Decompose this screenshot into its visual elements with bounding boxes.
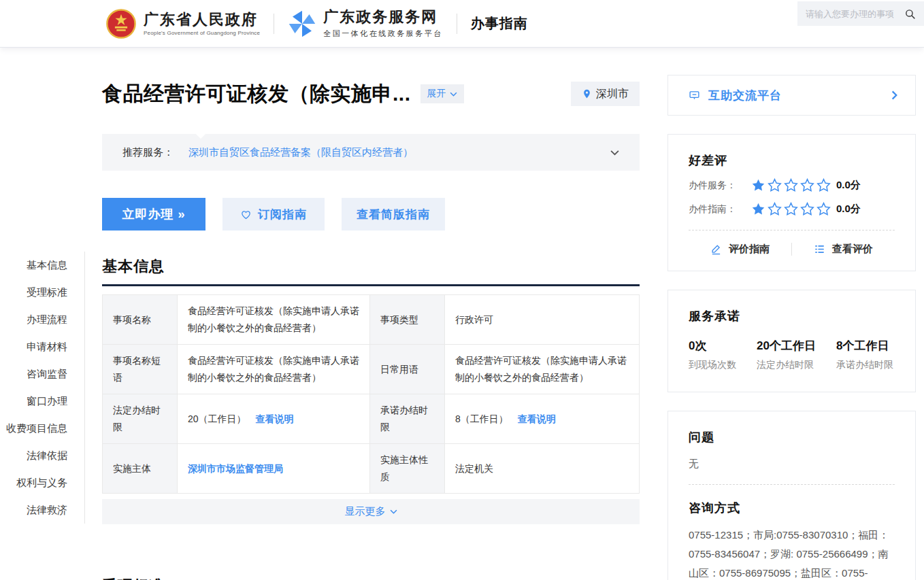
pinwheel-logo-icon bbox=[288, 10, 316, 38]
star-rating[interactable] bbox=[751, 178, 831, 192]
search-icon[interactable] bbox=[904, 8, 916, 20]
nav-item-fees[interactable]: 收费项目信息 bbox=[0, 415, 84, 442]
chevron-right-icon bbox=[891, 90, 897, 100]
chevron-down-icon bbox=[450, 92, 457, 97]
nav-item-materials[interactable]: 申请材料 bbox=[0, 333, 84, 360]
rating-row-guide: 办件指南： 0.0分 bbox=[689, 202, 895, 216]
nav-item-legal-basis[interactable]: 法律依据 bbox=[0, 442, 84, 469]
apply-now-button[interactable]: 立即办理 » bbox=[102, 198, 205, 231]
title-row: 食品经营许可证核发（除实施申... 展开 深圳市 bbox=[102, 76, 640, 112]
star-rating[interactable] bbox=[751, 202, 831, 216]
star-icon bbox=[751, 178, 765, 192]
gov-logo-text: 广东省人民政府 People's Government of Guangdong… bbox=[144, 11, 260, 36]
view-explanation-link[interactable]: 查看说明 bbox=[518, 411, 556, 428]
table-value: 食品经营许可证核发（除实施申请人承诺制的小餐饮之外的食品经营者） bbox=[178, 345, 370, 394]
rating-service-label: 办件服务： bbox=[689, 180, 751, 192]
page-title: 食品经营许可证核发（除实施申... bbox=[102, 80, 411, 108]
table-value-text: 20（工作日） bbox=[188, 411, 246, 428]
basic-info-table: 事项名称 食品经营许可证核发（除实施申请人承诺制的小餐饮之外的食品经营者） 事项… bbox=[102, 294, 640, 494]
stat-label: 到现场次数 bbox=[689, 359, 736, 371]
table-label: 承诺办结时限 bbox=[370, 394, 445, 444]
subscribe-guide-button[interactable]: 订阅指南 bbox=[222, 198, 325, 231]
city-selector[interactable]: 深圳市 bbox=[571, 82, 640, 106]
stat-statutory-limit: 20个工作日 法定办结时限 bbox=[757, 338, 816, 371]
chevron-down-icon bbox=[390, 509, 397, 514]
table-value-text: 法定机关 bbox=[455, 460, 493, 477]
rating-guide-link[interactable]: 评价指南 bbox=[689, 243, 791, 256]
rating-service-score: 0.0分 bbox=[836, 179, 861, 192]
promise-stats: 0次 到现场次数 20个工作日 法定办结时限 8个工作日 承诺办结时限 bbox=[689, 338, 895, 377]
star-icon bbox=[816, 178, 831, 192]
consult-title: 咨询方式 bbox=[689, 500, 895, 516]
mutual-platform-card[interactable]: 互助交流平台 bbox=[667, 75, 916, 116]
question-title: 问题 bbox=[689, 429, 895, 445]
nav-item-consult-supervise[interactable]: 咨询监督 bbox=[0, 360, 84, 388]
view-explanation-link[interactable]: 查看说明 bbox=[256, 411, 294, 428]
nav-item-rights-duties[interactable]: 权利与义务 bbox=[0, 469, 84, 496]
consult-text: 0755-12315；市局:0755-83070310；福田：0755-8345… bbox=[689, 529, 889, 580]
table-value: 食品经营许可证核发（除实施申请人承诺制的小餐饮之外的食品经营者） bbox=[178, 295, 370, 345]
nav-item-basic-info[interactable]: 基本信息 bbox=[0, 252, 84, 279]
table-label: 实施主体 bbox=[103, 444, 178, 493]
header-divider bbox=[457, 14, 457, 34]
page: 广东省人民政府 People's Government of Guangdong… bbox=[0, 0, 924, 580]
stat-promised-limit: 8个工作日 承诺办结时限 bbox=[836, 338, 893, 371]
nav-item-window[interactable]: 窗口办理 bbox=[0, 388, 84, 415]
rating-title: 好差评 bbox=[689, 152, 895, 169]
star-icon bbox=[816, 202, 831, 216]
table-value: 食品经营许可证核发（除实施申请人承诺制的小餐饮之外的食品经营者） bbox=[445, 345, 639, 394]
portal-logo-text: 广东政务服务网 全国一体化在线政务服务平台 bbox=[323, 8, 443, 39]
recommend-notch bbox=[196, 129, 205, 139]
city-name: 深圳市 bbox=[596, 87, 629, 101]
view-ratings-link-label: 查看评价 bbox=[832, 243, 873, 256]
implementing-agency-link[interactable]: 深圳市市场监督管理局 bbox=[188, 460, 283, 477]
service-promise-card: 服务承诺 0次 到现场次数 20个工作日 法定办结时限 8个工作日 承诺办结时限 bbox=[667, 290, 916, 392]
consult-phone-numbers: 0755-12315；市局:0755-83070310；福田：0755-8345… bbox=[689, 526, 895, 580]
recommend-service-link[interactable]: 深圳市自贸区食品经营备案（限自贸区内经营者） bbox=[188, 146, 413, 159]
table-label: 事项名称短语 bbox=[103, 345, 178, 394]
portal-title: 广东政务服务网 bbox=[323, 8, 443, 26]
view-simple-guide-label: 查看简版指南 bbox=[357, 207, 430, 222]
star-icon bbox=[784, 202, 798, 216]
search-box bbox=[797, 1, 924, 26]
recommend-label: 推荐服务： bbox=[122, 146, 174, 159]
pencil-icon bbox=[710, 243, 722, 255]
gov-subtitle: People's Government of Guangdong Provinc… bbox=[144, 30, 260, 36]
subscribe-guide-label: 订阅指南 bbox=[258, 207, 307, 222]
gov-logo[interactable]: 广东省人民政府 People's Government of Guangdong… bbox=[105, 8, 260, 39]
header-divider bbox=[274, 14, 274, 34]
show-more-button[interactable]: 显示更多 bbox=[102, 499, 640, 524]
portal-logo[interactable]: 广东政务服务网 全国一体化在线政务服务平台 bbox=[288, 8, 443, 39]
star-icon bbox=[768, 178, 782, 192]
mutual-platform-label: 互助交流平台 bbox=[708, 88, 782, 103]
nav-item-process[interactable]: 办理流程 bbox=[0, 306, 84, 333]
portal-subtitle: 全国一体化在线政务服务平台 bbox=[323, 29, 443, 39]
heart-icon bbox=[240, 209, 252, 220]
star-icon bbox=[768, 202, 782, 216]
nav-item-legal-remedy[interactable]: 法律救济 bbox=[0, 496, 84, 524]
view-simple-guide-button[interactable]: 查看简版指南 bbox=[342, 198, 445, 231]
nav-item-accept-standard[interactable]: 受理标准 bbox=[0, 279, 84, 306]
table-value: 深圳市市场监督管理局 bbox=[178, 444, 370, 493]
location-pin-icon bbox=[582, 88, 592, 100]
title-expand-button[interactable]: 展开 bbox=[420, 84, 464, 103]
rating-links: 评价指南 查看评价 bbox=[689, 243, 895, 256]
search-input[interactable] bbox=[806, 9, 904, 19]
table-value-text: 食品经营许可证核发（除实施申请人承诺制的小餐饮之外的食品经营者） bbox=[188, 352, 359, 386]
stat-onsite-visits: 0次 到现场次数 bbox=[689, 338, 736, 371]
table-value-text: 行政许可 bbox=[455, 311, 493, 328]
table-label: 事项类型 bbox=[370, 295, 445, 345]
star-icon bbox=[800, 202, 814, 216]
dashed-divider bbox=[689, 230, 895, 231]
chevron-down-icon[interactable] bbox=[610, 150, 619, 156]
anchor-nav: 基本信息 受理标准 办理流程 申请材料 咨询监督 窗口办理 收费项目信息 法律依… bbox=[0, 252, 85, 524]
action-buttons: 立即办理 » 订阅指南 查看简版指南 bbox=[102, 198, 640, 231]
view-ratings-link[interactable]: 查看评价 bbox=[791, 243, 895, 256]
table-value-text: 食品经营许可证核发（除实施申请人承诺制的小餐饮之外的食品经营者） bbox=[455, 352, 629, 386]
dashed-divider bbox=[689, 484, 895, 485]
basic-info-heading: 基本信息 bbox=[102, 256, 640, 286]
stat-value: 0次 bbox=[689, 338, 736, 354]
table-label: 法定办结时限 bbox=[103, 394, 178, 444]
stat-value: 20个工作日 bbox=[757, 338, 816, 354]
table-label: 日常用语 bbox=[370, 345, 445, 394]
